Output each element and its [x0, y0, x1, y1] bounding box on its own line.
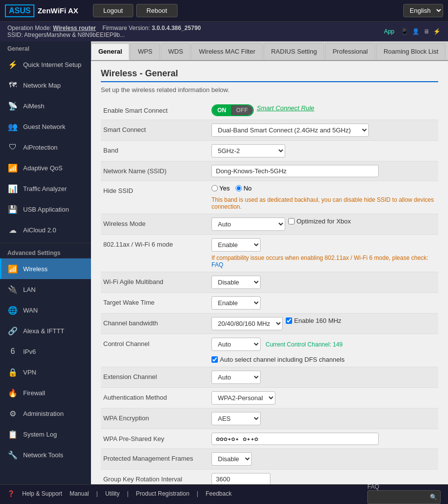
tab-wireless-mac-filter[interactable]: Wireless MAC Filter: [191, 43, 263, 60]
wpa-key-input[interactable]: [211, 433, 379, 445]
band-select[interactable]: 5GHz-2: [211, 144, 285, 158]
sidebar-item-administration[interactable]: ⚙ Administration: [0, 403, 91, 424]
logout-button[interactable]: Logout: [93, 4, 133, 17]
auto-dfs-checkbox[interactable]: [211, 356, 218, 363]
optimized-xbox-label[interactable]: Optimized for Xbox: [288, 218, 351, 225]
wireless-mode-select[interactable]: Auto: [211, 218, 285, 231]
extension-channel-select[interactable]: Auto: [211, 371, 261, 384]
wifi6-value: Enable If compatibility issue occurs whe…: [211, 238, 436, 268]
enable-160mhz-checkbox[interactable]: [286, 317, 292, 324]
group-key-label: Group Key Rotation Interval: [103, 473, 211, 483]
hide-ssid-no-radio[interactable]: [236, 185, 242, 191]
sidebar-item-aicloud[interactable]: ☁ AiCloud 2.0: [0, 220, 91, 240]
hide-ssid-yes-radio[interactable]: [211, 185, 218, 191]
usb-icon: ⚡: [433, 28, 441, 35]
target-wake-select[interactable]: Enable: [211, 296, 261, 310]
sidebar-label-quick-setup: Quick Internet Setup: [23, 61, 82, 68]
info-bar-icons: App 📱 👤 🖥 ⚡: [384, 28, 441, 35]
sidebar-item-aiprotection[interactable]: 🛡 AiProtection: [0, 137, 91, 158]
hide-ssid-yes-label[interactable]: Yes: [211, 185, 230, 192]
tab-general[interactable]: General: [91, 43, 129, 60]
sidebar-item-traffic-analyzer[interactable]: 📊 Traffic Analyzer: [0, 178, 91, 199]
control-channel-select[interactable]: Auto: [211, 338, 261, 351]
enable-160mhz-label[interactable]: Enable 160 MHz: [286, 317, 341, 324]
hide-ssid-no-label[interactable]: No: [236, 185, 252, 192]
target-wake-value: Enable: [211, 296, 436, 310]
pmf-select[interactable]: Disable: [211, 452, 252, 466]
feedback-link[interactable]: Feedback: [206, 490, 232, 497]
sidebar-label-aimesh: AiMesh: [23, 102, 44, 110]
ssid-value: [211, 165, 436, 177]
tab-wps[interactable]: WPS: [130, 43, 160, 60]
manual-link[interactable]: Manual: [69, 490, 89, 497]
tab-radius-setting[interactable]: RADIUS Setting: [264, 43, 324, 60]
sidebar-section-advanced: Advanced Settings: [0, 246, 91, 258]
tab-professional[interactable]: Professional: [325, 43, 375, 60]
app-link[interactable]: App: [384, 28, 394, 35]
sidebar-item-firewall[interactable]: 🔥 Firewall: [0, 382, 91, 403]
sidebar-item-wireless[interactable]: 📶 Wireless: [0, 258, 91, 279]
smart-connect-toggle[interactable]: ON OFF: [211, 104, 254, 116]
band-label: Band: [103, 144, 211, 154]
auto-dfs-label[interactable]: Auto select channel including DFS channe…: [211, 356, 345, 363]
sidebar-item-network-tools[interactable]: 🔧 Network Tools: [0, 444, 91, 465]
sidebar-item-alexa-ifttt[interactable]: 🔗 Alexa & IFTTT: [0, 320, 91, 341]
product-reg-link[interactable]: Product Registration: [136, 490, 189, 497]
usb-application-icon: 💾: [7, 204, 18, 215]
tab-roaming-block-list[interactable]: Roaming Block List: [376, 43, 446, 60]
auth-method-select[interactable]: WPA2-Personal: [211, 391, 275, 405]
wpa-enc-select[interactable]: AES: [211, 412, 261, 425]
sidebar-item-aimesh[interactable]: 📡 AiMesh: [0, 95, 91, 116]
faq-label: FAQ: [367, 483, 379, 490]
auto-dfs-text: Auto select channel including DFS channe…: [220, 356, 345, 363]
wifi6-label: 802.11ax / Wi-Fi 6 mode: [103, 238, 211, 248]
ssid-input[interactable]: [211, 165, 379, 177]
footer-search-input[interactable]: [371, 492, 430, 503]
row-target-wake: Target Wake Time Enable: [101, 293, 438, 314]
agile-select[interactable]: Disable: [211, 276, 261, 289]
channel-bw-select[interactable]: 20/40/80/160 MHz: [211, 317, 283, 330]
asus-logo: ASUS: [5, 4, 34, 17]
optimized-xbox-checkbox[interactable]: [288, 218, 295, 224]
sidebar-item-usb-application[interactable]: 💾 USB Application: [0, 199, 91, 220]
sidebar-item-ipv6[interactable]: 6️ IPv6: [0, 341, 91, 362]
sidebar-item-vpn[interactable]: 🔒 VPN: [0, 362, 91, 382]
settings-table: Enable Smart Connect ON OFF Smart Connec…: [101, 101, 438, 484]
smart-connect-select[interactable]: Dual-Band Smart Connect (2.4GHz and 5GHz…: [211, 124, 369, 137]
row-enable-smart-connect: Enable Smart Connect ON OFF Smart Connec…: [101, 101, 438, 120]
reboot-button[interactable]: Reboot: [136, 4, 178, 17]
footer-separator-1: |: [96, 490, 98, 497]
header-right: English: [403, 4, 443, 17]
operation-mode-label: Operation Mode:: [7, 25, 51, 32]
hide-ssid-no-text: No: [243, 185, 252, 192]
help-support-link[interactable]: Help & Support: [22, 490, 62, 497]
wifi6-select[interactable]: Enable: [211, 238, 261, 252]
footer-search-box[interactable]: 🔍: [367, 490, 441, 504]
tab-wds[interactable]: WDS: [161, 43, 190, 60]
aicloud-icon: ☁: [7, 224, 18, 235]
sidebar-label-network-map: Network Map: [23, 82, 61, 89]
row-control-channel: Control Channel Auto Current Control Cha…: [101, 334, 438, 367]
toggle-on-label: ON: [212, 105, 231, 115]
channel-bw-label: Channel bandwidth: [103, 317, 211, 327]
wifi6-faq-link[interactable]: FAQ: [211, 261, 223, 268]
sidebar-item-network-map[interactable]: 🗺 Network Map: [0, 75, 91, 95]
utility-link[interactable]: Utility: [105, 490, 119, 497]
group-key-input[interactable]: [211, 473, 270, 484]
sidebar-item-system-log[interactable]: 📋 System Log: [0, 424, 91, 444]
row-wpa-enc: WPA Encryption AES: [101, 409, 438, 429]
extension-channel-label: Extension Channel: [103, 371, 211, 380]
sidebar-item-guest-network[interactable]: 👥 Guest Network: [0, 116, 91, 137]
ipv6-icon: 6️: [7, 346, 18, 357]
sidebar-item-lan[interactable]: 🔌 LAN: [0, 279, 91, 300]
smart-connect-rule-link[interactable]: Smart Connect Rule: [257, 104, 314, 112]
sidebar-item-adaptive-qos[interactable]: 📶 Adaptive QoS: [0, 158, 91, 178]
sidebar-item-quick-internet-setup[interactable]: ⚡ Quick Internet Setup: [0, 54, 91, 75]
language-select[interactable]: English: [403, 4, 443, 17]
auth-method-value: WPA2-Personal: [211, 391, 436, 405]
hide-ssid-warning: This band is used as dedicated backhaul,…: [211, 196, 436, 210]
network-tools-icon: 🔧: [7, 449, 18, 460]
hide-ssid-label: Hide SSID: [103, 185, 211, 194]
sidebar-item-wan[interactable]: 🌐 WAN: [0, 300, 91, 320]
row-wpa-key: WPA Pre-Shared Key: [101, 429, 438, 449]
